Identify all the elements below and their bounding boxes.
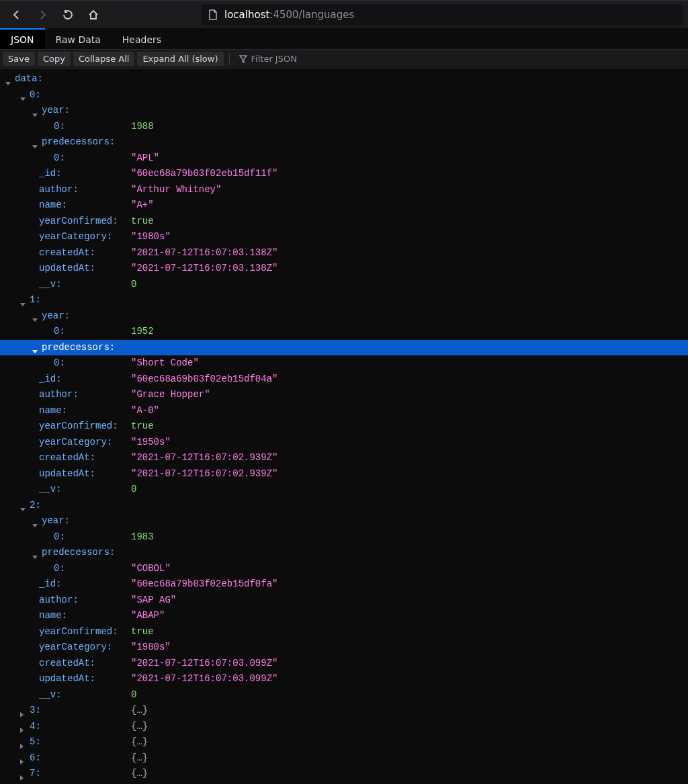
json-row[interactable]: author: "SAP AG" (0, 593, 688, 609)
json-row[interactable]: predecessors: (0, 134, 688, 150)
json-row[interactable]: 0: 1988 (0, 119, 688, 135)
chevron-down-icon[interactable] (32, 312, 39, 319)
json-row[interactable]: createdAt: "2021-07-12T16:07:02.939Z" (0, 450, 688, 466)
chevron-down-icon[interactable] (32, 518, 39, 525)
chevron-right-icon[interactable] (20, 723, 27, 730)
save-button[interactable]: Save (3, 52, 35, 66)
json-row[interactable]: 2: (0, 498, 688, 514)
json-row[interactable]: yearConfirmed: true (0, 214, 688, 230)
json-key: year: (42, 513, 70, 529)
json-row[interactable]: author: "Arthur Whitney" (0, 182, 688, 198)
collapse-all-button[interactable]: Collapse All (73, 52, 135, 66)
json-value: "2021-07-12T16:07:03.138Z" (131, 245, 277, 261)
json-key: name: (39, 608, 67, 624)
json-row[interactable]: 5: {…} (0, 734, 688, 750)
json-row[interactable]: __v: 0 (0, 277, 688, 293)
json-row[interactable]: 6: {…} (0, 750, 688, 767)
json-row[interactable]: __v: 0 (0, 687, 688, 703)
chevron-right-icon[interactable] (20, 771, 27, 777)
json-row[interactable]: createdAt: "2021-07-12T16:07:03.099Z" (0, 656, 688, 672)
json-key: 0: (30, 87, 41, 103)
json-row[interactable]: updatedAt: "2021-07-12T16:07:03.099Z" (0, 671, 688, 687)
json-key: 5: (30, 734, 41, 750)
json-row[interactable]: 0: (0, 87, 688, 103)
json-row[interactable]: year: (0, 308, 688, 324)
tab-headers[interactable]: Headers (112, 28, 172, 49)
json-row[interactable]: yearCategory: "1980s" (0, 229, 688, 245)
json-value: "2021-07-12T16:07:02.939Z" (131, 450, 277, 466)
json-row[interactable]: 7: {…} (0, 766, 688, 782)
copy-button[interactable]: Copy (38, 52, 71, 66)
chevron-down-icon[interactable] (32, 344, 39, 351)
json-row[interactable]: __v: 0 (0, 482, 688, 498)
json-value: "2021-07-12T16:07:03.138Z" (131, 261, 277, 277)
json-row[interactable]: name: "A+" (0, 198, 688, 214)
json-key: author: (39, 387, 79, 403)
json-row[interactable]: 0: 1983 (0, 529, 688, 546)
json-key: __v: (39, 687, 62, 703)
json-value: {…} (131, 703, 148, 719)
chevron-right-icon[interactable] (20, 754, 27, 761)
chevron-down-icon[interactable] (5, 76, 12, 83)
nav-back-button[interactable] (5, 3, 28, 26)
chevron-down-icon[interactable] (20, 297, 27, 304)
chevron-right-icon[interactable] (20, 739, 27, 746)
json-key: author: (39, 593, 79, 609)
json-row[interactable]: _id: "60ec68a79b03f02eb15df11f" (0, 166, 688, 182)
json-row[interactable]: createdAt: "2021-07-12T16:07:03.138Z" (0, 245, 688, 261)
filter-json-input[interactable]: Filter JSON (235, 54, 301, 64)
chevron-down-icon[interactable] (20, 502, 27, 509)
json-row[interactable]: 4: {…} (0, 719, 688, 735)
json-row[interactable]: 0: 1952 (0, 324, 688, 340)
nav-reload-button[interactable] (56, 3, 79, 26)
json-row[interactable]: name: "ABAP" (0, 608, 688, 624)
json-row[interactable]: yearCategory: "1950s" (0, 435, 688, 451)
json-row[interactable]: yearConfirmed: true (0, 419, 688, 435)
json-row[interactable]: updatedAt: "2021-07-12T16:07:02.939Z" (0, 466, 688, 482)
expand-all-button[interactable]: Expand All (slow) (137, 52, 223, 66)
arrow-right-icon (37, 9, 48, 20)
json-row[interactable]: yearCategory: "1980s" (0, 640, 688, 656)
json-value: "60ec68a79b03f02eb15df11f" (131, 166, 277, 182)
json-row[interactable]: predecessors: (0, 545, 688, 561)
json-row[interactable]: data: (0, 71, 688, 87)
json-value: "2021-07-12T16:07:03.099Z" (131, 671, 277, 687)
url-bar[interactable]: localhost:4500/languages (202, 4, 683, 26)
json-key: 0: (54, 324, 65, 340)
json-row[interactable]: author: "Grace Hopper" (0, 387, 688, 403)
json-value: "COBOL" (131, 561, 171, 577)
json-row[interactable]: year: (0, 513, 688, 529)
json-key: name: (39, 198, 67, 214)
json-value: 1952 (131, 324, 154, 340)
json-row[interactable]: updatedAt: "2021-07-12T16:07:03.138Z" (0, 261, 688, 277)
nav-home-button[interactable] (82, 3, 105, 26)
json-key: _id: (39, 166, 62, 182)
json-row[interactable]: _id: "60ec68a79b03f02eb15df0fa" (0, 576, 688, 593)
chevron-right-icon[interactable] (20, 707, 27, 714)
json-row[interactable]: 1: (0, 292, 688, 308)
json-row[interactable]: 0: "APL" (0, 150, 688, 167)
chevron-down-icon[interactable] (32, 139, 39, 146)
chevron-down-icon[interactable] (32, 550, 39, 556)
json-row[interactable]: _id: "60ec68a69b03f02eb15df04a" (0, 372, 688, 388)
tab-json[interactable]: JSON (0, 28, 45, 49)
json-value: "ABAP" (131, 608, 165, 624)
json-row[interactable]: year: (0, 103, 688, 119)
json-row[interactable]: 3: {…} (0, 703, 688, 719)
chevron-down-icon[interactable] (20, 91, 27, 98)
json-key: 3: (30, 703, 41, 719)
json-value: "1980s" (131, 229, 171, 245)
json-row[interactable]: 0: "COBOL" (0, 561, 688, 577)
json-toolbar: Save Copy Collapse All Expand All (slow)… (0, 50, 688, 69)
chevron-down-icon[interactable] (32, 107, 39, 114)
json-row-selected[interactable]: predecessors: (0, 340, 688, 356)
tab-raw-data[interactable]: Raw Data (45, 28, 112, 49)
json-row[interactable]: name: "A-0" (0, 403, 688, 419)
json-value: {…} (131, 719, 148, 735)
json-row[interactable]: 0: "Short Code" (0, 355, 688, 372)
json-value: "A+" (131, 198, 154, 214)
browser-navbar: localhost:4500/languages (0, 0, 688, 28)
json-row[interactable]: yearConfirmed: true (0, 624, 688, 640)
nav-forward-button[interactable] (31, 3, 54, 26)
json-value: "Arthur Whitney" (131, 182, 221, 198)
